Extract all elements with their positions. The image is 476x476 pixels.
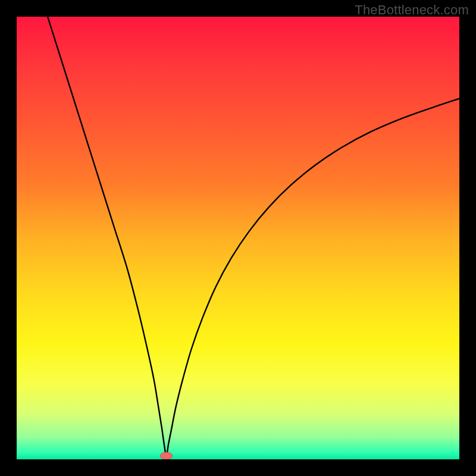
minimum-marker: [160, 452, 172, 459]
bottleneck-chart: [17, 17, 459, 459]
chart-background: [17, 17, 459, 459]
chart-frame: [17, 17, 459, 459]
watermark-text: TheBottleneck.com: [355, 2, 469, 18]
